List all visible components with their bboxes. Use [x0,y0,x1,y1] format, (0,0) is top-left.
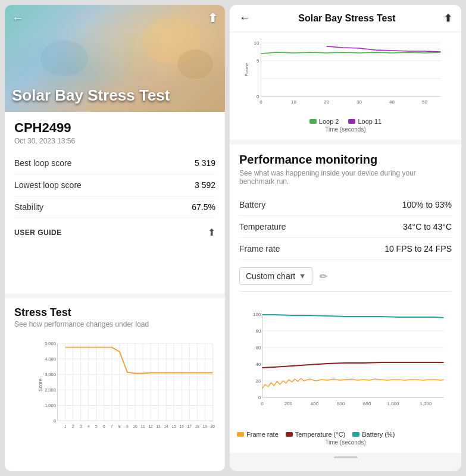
svg-text:200: 200 [284,401,293,406]
custom-chart-label: Custom chart [246,271,295,281]
svg-rect-2 [124,35,159,82]
bottom-chart-legend: Frame rate Temperature (°C) Battery (%) [237,431,454,438]
legend-loop2: Loop 2 [309,118,339,125]
svg-text:1,200: 1,200 [420,401,432,406]
left-hero-title: Solar Bay Stress Test [12,86,170,105]
svg-text:40: 40 [256,362,261,367]
battery-value: 100% to 93% [402,200,452,209]
svg-text:0: 0 [259,99,262,105]
legend-framerate: Frame rate [237,431,279,438]
legend-loop11-label: Loop 11 [358,118,381,125]
stress-test-section: Stress Test See how performance changes … [5,298,225,471]
legend-battery-dot [352,432,359,437]
svg-text:18: 18 [195,424,200,428]
svg-text:6: 6 [103,424,105,428]
temp-value: 34°C to 43°C [403,222,452,231]
left-share-button[interactable]: ⬆ [208,11,218,25]
svg-text:12: 12 [148,424,153,428]
stat-row-stability: Stability 67.5% [14,196,215,218]
left-panel: ← ⬆ Solar Bay Stress Test CPH2499 Oct 30… [5,5,225,471]
svg-text:10: 10 [133,424,137,428]
svg-text:3: 3 [80,424,82,428]
svg-text:10: 10 [291,99,296,105]
bottom-chart-x-label: Time (seconds) [237,439,454,446]
right-share-button[interactable]: ⬆ [444,12,452,24]
legend-framerate-label: Frame rate [246,431,279,438]
svg-text:5,000: 5,000 [45,341,56,346]
svg-text:20: 20 [256,378,261,384]
svg-text:800: 800 [363,401,371,406]
user-guide-share-icon[interactable]: ⬆ [208,227,215,238]
stat-row-best-loop: Best loop score 5 319 [14,152,215,174]
legend-loop11-dot [348,119,355,124]
bottom-chart-svg: 100 80 60 40 20 0 0 200 400 600 800 1,00… [237,308,454,424]
stress-chart-svg: Score 5,000 4,000 3,000 2,000 1,000 0 [38,334,215,436]
svg-text:2,000: 2,000 [45,387,56,393]
user-guide-row: USER GUIDE ⬆ [14,218,215,246]
left-header-nav: ← ⬆ [12,11,218,25]
svg-text:80: 80 [256,328,261,334]
svg-text:15: 15 [172,424,177,428]
left-back-button[interactable]: ← [12,11,24,25]
svg-text:11: 11 [140,424,145,428]
top-chart-x-label: Time (seconds) [237,126,454,133]
svg-text:8: 8 [118,424,121,428]
battery-label: Battery [239,200,265,209]
svg-text:17: 17 [187,424,192,428]
top-chart: Frame 10 5 0 0 10 20 30 40 50 [237,37,454,114]
legend-temperature: Temperature (°C) [286,431,345,438]
right-header: ← Solar Bay Stress Test ⬆ [230,5,461,32]
svg-text:4: 4 [87,424,90,428]
legend-battery: Battery (%) [352,431,395,438]
legend-framerate-dot [237,432,244,437]
svg-text:0: 0 [54,418,56,424]
lowest-loop-label: Lowest loop score [14,180,82,190]
right-panel: ← Solar Bay Stress Test ⬆ Frame 10 5 0 [230,5,461,471]
svg-text:1,000: 1,000 [387,401,399,406]
best-loop-label: Best loop score [14,158,72,168]
svg-text:600: 600 [337,401,345,406]
framerate-value: 10 FPS to 24 FPS [384,244,452,253]
svg-text:7: 7 [111,424,113,428]
edit-chart-icon[interactable]: ✏ [320,271,327,282]
hero-banner: ← ⬆ Solar Bay Stress Test [5,5,225,112]
temp-label: Temperature [239,222,286,231]
user-guide-label[interactable]: USER GUIDE [14,228,62,237]
stress-title: Stress Test [14,306,215,319]
custom-chart-row: Custom chart ▼ ✏ [239,260,452,287]
stability-label: Stability [14,202,43,212]
perf-title: Performance monitoring [239,153,452,167]
svg-text:5: 5 [257,58,259,64]
svg-text:19: 19 [203,424,208,428]
svg-text:10: 10 [254,40,259,46]
legend-loop2-label: Loop 2 [319,118,339,125]
stress-chart: Score 5,000 4,000 3,000 2,000 1,000 0 [14,334,215,453]
legend-temperature-label: Temperature (°C) [295,431,345,438]
svg-point-1 [177,49,213,79]
svg-text:Score: Score [38,378,43,392]
top-chart-legend: Loop 2 Loop 11 [237,118,454,125]
svg-text:13: 13 [156,424,161,428]
perf-row-framerate: Frame rate 10 FPS to 24 FPS [239,238,452,260]
svg-point-3 [40,40,88,76]
right-back-button[interactable]: ← [239,12,250,24]
legend-loop11: Loop 11 [348,118,381,125]
perf-section: Performance monitoring See what was happ… [230,145,461,303]
custom-chart-dropdown[interactable]: Custom chart ▼ [239,267,312,285]
top-chart-svg: Frame 10 5 0 0 10 20 30 40 50 [237,37,454,108]
svg-text:14: 14 [164,424,169,428]
scrollbar-indicator [334,456,358,458]
svg-text:16: 16 [180,424,184,428]
svg-text:400: 400 [311,401,319,406]
legend-temperature-dot [286,432,293,437]
svg-text:9: 9 [126,424,129,428]
perf-subtitle: See what was happening inside your devic… [239,169,452,186]
svg-text:100: 100 [253,312,261,317]
bottom-chart: 100 80 60 40 20 0 0 200 400 600 800 1,00… [237,308,454,427]
svg-text:20: 20 [324,99,329,105]
svg-text:20: 20 [211,424,215,428]
bottom-chart-section: 100 80 60 40 20 0 0 200 400 600 800 1,00… [230,303,461,453]
top-chart-section: Frame 10 5 0 0 10 20 30 40 50 [230,32,461,140]
svg-text:5: 5 [95,424,98,428]
device-name: CPH2499 [14,120,215,136]
